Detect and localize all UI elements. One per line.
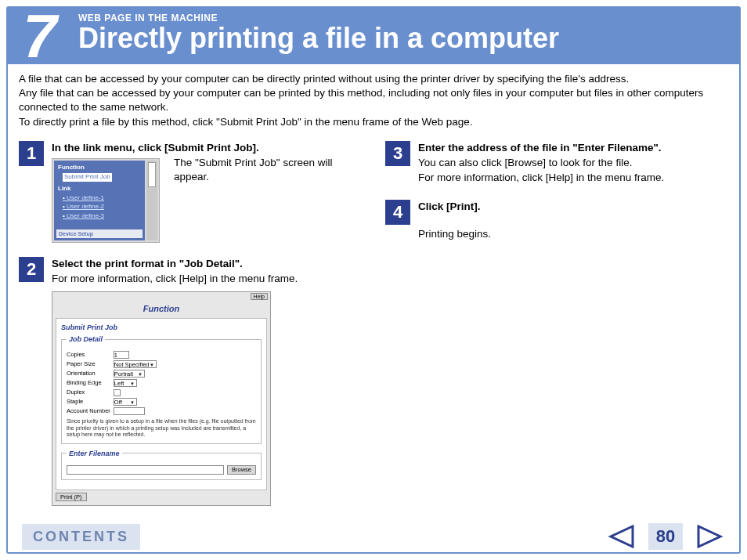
shot2-binding-field: Left	[114, 379, 137, 387]
step-3: 3 Enter the address of the file in "Ente…	[385, 141, 728, 186]
shot2-print-button: Print (P)	[56, 493, 87, 501]
step-1-head: In the link menu, click [Submit Print Jo…	[52, 141, 362, 155]
step-4-number: 4	[385, 200, 410, 225]
shot2-filename-field	[67, 465, 224, 475]
step-3-number: 3	[385, 141, 410, 166]
shot2-job-detail-legend: Job Detail	[67, 334, 105, 344]
shot2-binding-label: Binding Edge	[67, 378, 114, 388]
left-column: 1 In the link menu, click [Submit Print …	[19, 141, 362, 520]
screenshot-link-menu: Function Submit Print Job Link User defi…	[52, 158, 160, 243]
shot2-account-field	[114, 407, 145, 415]
triangle-right-icon	[695, 525, 724, 548]
step-1: 1 In the link menu, click [Submit Print …	[19, 141, 362, 243]
steps-area: 1 In the link menu, click [Submit Print …	[19, 141, 728, 520]
shot2-duplex-label: Duplex	[67, 388, 114, 397]
shot2-paper-field: Not Specified	[114, 360, 157, 368]
chapter-header: 7 WEB PAGE IN THE MACHINE Directly print…	[8, 8, 739, 64]
shot2-copies-label: Copies	[67, 350, 114, 359]
shot2-account-label: Account Number	[67, 406, 114, 416]
shot1-link-2: User define-2	[63, 203, 141, 211]
chapter-number: 7	[8, 8, 69, 64]
step-3-text-2: For more information, click [Help] in th…	[418, 171, 728, 185]
shot2-orient-field: Portrait	[114, 370, 145, 378]
triangle-left-icon	[608, 525, 636, 548]
prev-page-button[interactable]	[606, 523, 637, 550]
contents-button[interactable]: CONTENTS	[22, 524, 140, 550]
shot2-title: Submit Print Job	[61, 323, 262, 332]
step-1-number: 1	[19, 141, 44, 166]
step-2-text: For more information, click [Help] in th…	[52, 272, 362, 286]
footer: CONTENTS 80	[8, 521, 739, 552]
step-2: 2 Select the print format in "Job Detail…	[19, 257, 362, 505]
intro-line-1: A file that can be accessed by your comp…	[19, 72, 728, 86]
shot1-device-setup: Device Setup	[56, 229, 143, 238]
page-number: 80	[648, 523, 683, 550]
step-4-head: Click [Print].	[418, 200, 728, 214]
shot1-link-1: User define-1	[63, 194, 141, 203]
shot2-note: Since priority is given to a setup in a …	[67, 418, 256, 438]
shot1-scrollbar	[146, 161, 157, 240]
intro-text: A file that can be accessed by your comp…	[19, 72, 728, 129]
step-4: 4 Click [Print]. Printing begins.	[385, 200, 728, 241]
shot2-copies-field: 1	[114, 351, 129, 359]
shot2-help: Help	[251, 293, 268, 300]
svg-marker-1	[698, 526, 720, 547]
page-title: Directly printing a file in a computer	[78, 22, 739, 55]
shot2-orient-label: Orientation	[67, 369, 114, 378]
step-4-text: Printing begins.	[418, 227, 728, 241]
shot2-browse-button: Browse	[227, 465, 256, 475]
screenshot-function-panel: Help Function Submit Print Job Job Detai…	[52, 291, 271, 506]
shot1-function-label: Function	[58, 164, 141, 172]
step-3-head: Enter the address of the file in "Enter …	[418, 141, 728, 155]
shot2-staple-label: Staple	[67, 397, 114, 406]
shot2-staple-field: Off	[114, 398, 137, 406]
shot1-link-3: User define-3	[63, 212, 141, 221]
step-2-head: Select the print format in "Job Detail".	[52, 257, 362, 271]
intro-line-3: To directly print a file by this method,…	[19, 115, 728, 129]
step-3-text-1: You can also click [Browse] to look for …	[418, 156, 728, 170]
shot2-duplex-checkbox	[114, 389, 121, 396]
step-1-text: The "Submit Print Job" screen will appea…	[174, 156, 362, 243]
shot2-enter-filename-legend: Enter Filename	[67, 449, 122, 458]
shot2-function-heading: Function	[52, 302, 270, 318]
svg-marker-0	[611, 526, 633, 547]
step-2-number: 2	[19, 257, 44, 282]
shot1-submit-print-job-item: Submit Print Job	[63, 173, 112, 182]
next-page-button[interactable]	[694, 523, 725, 550]
shot2-paper-label: Paper Size	[67, 359, 114, 369]
shot1-link-label: Link	[58, 185, 141, 193]
right-column: 3 Enter the address of the file in "Ente…	[385, 141, 728, 520]
intro-line-2: Any file that can be accessed by your co…	[19, 86, 728, 114]
